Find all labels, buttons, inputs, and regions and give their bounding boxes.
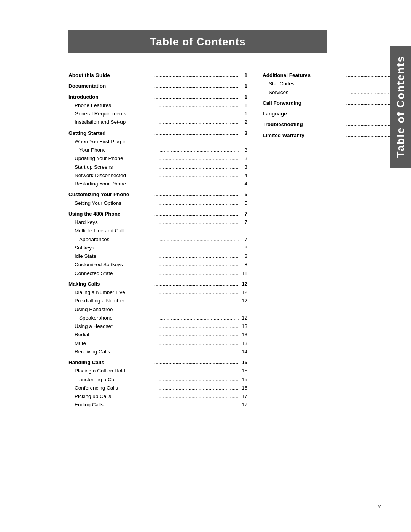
toc-page-number: 12 bbox=[240, 280, 247, 288]
toc-dots bbox=[157, 261, 239, 268]
toc-dots bbox=[157, 172, 239, 179]
toc-entry: Conferencing Calls16 bbox=[68, 384, 247, 392]
toc-title-text: Mute bbox=[75, 340, 156, 347]
toc-entry: Dialing a Number Live12 bbox=[68, 289, 247, 296]
toc-entry: Multiple Line and Call bbox=[68, 227, 247, 235]
toc-dots bbox=[154, 210, 239, 218]
toc-dots bbox=[157, 163, 239, 171]
toc-title-text: Phone Features bbox=[75, 102, 156, 109]
page-container: Table of Contents About this Guide1Docum… bbox=[0, 0, 411, 532]
toc-title-text: Redial bbox=[75, 331, 156, 339]
footer-page-number: v bbox=[378, 503, 381, 509]
toc-dots bbox=[154, 82, 239, 90]
toc-left-column: About this Guide1Documentation1Introduct… bbox=[68, 69, 247, 410]
toc-page-number: 1 bbox=[240, 72, 247, 79]
toc-entry: Picking up Calls17 bbox=[68, 393, 247, 400]
toc-dots bbox=[157, 376, 239, 383]
toc-page-number: 7 bbox=[240, 210, 247, 218]
toc-title-text: Customizing Your Phone bbox=[68, 191, 153, 198]
toc-dots bbox=[159, 314, 239, 322]
toc-title-text: Your Phone bbox=[79, 146, 159, 154]
toc-dots bbox=[159, 236, 239, 243]
toc-title-text: Appearances bbox=[79, 236, 159, 243]
toc-entry: Using a Headset13 bbox=[68, 323, 247, 330]
toc-page-number: 4 bbox=[240, 180, 247, 188]
toc-title-text: Services bbox=[269, 89, 349, 96]
toc-entry: Additional Features17 bbox=[263, 72, 411, 79]
toc-title-text: Troubleshooting bbox=[263, 121, 346, 128]
toc-page-number: 3 bbox=[240, 129, 247, 137]
toc-page-number: 3 bbox=[240, 155, 247, 162]
toc-entry: Installation and Set-up2 bbox=[68, 118, 247, 126]
toc-dots bbox=[157, 270, 239, 277]
toc-title-text: Start up Screens bbox=[75, 163, 156, 171]
toc-page-number: 8 bbox=[240, 244, 247, 252]
toc-entry: Connected State11 bbox=[68, 270, 247, 277]
toc-page-number: 1 bbox=[240, 102, 247, 109]
toc-dots bbox=[157, 118, 239, 126]
toc-entry: Phone Features1 bbox=[68, 102, 247, 109]
toc-title-text: Star Codes bbox=[269, 80, 349, 88]
toc-page-number: 13 bbox=[240, 331, 247, 339]
toc-entry: Services17 bbox=[263, 89, 411, 96]
toc-title-text: Idle State bbox=[75, 252, 156, 260]
toc-entry: About this Guide1 bbox=[68, 72, 247, 79]
toc-entry: Appearances7 bbox=[68, 236, 247, 243]
toc-title-text: Conferencing Calls bbox=[75, 384, 156, 392]
toc-title-text: Making Calls bbox=[68, 280, 153, 288]
toc-entry: Language24 bbox=[263, 110, 411, 118]
toc-page-number: 13 bbox=[240, 340, 247, 347]
toc-entry: Restarting Your Phone4 bbox=[68, 180, 247, 188]
toc-entry: Speakerphone12 bbox=[68, 314, 247, 322]
toc-dots bbox=[157, 110, 239, 118]
toc-title-text: Updating Your Phone bbox=[75, 155, 156, 162]
sidebar-label-text: Table of Contents bbox=[395, 56, 407, 158]
toc-title-text: Transferring a Call bbox=[75, 376, 156, 383]
toc-dots bbox=[154, 191, 239, 198]
toc-title-text: Customized Softkeys bbox=[75, 261, 156, 268]
toc-title-text: Using the 480i Phone bbox=[68, 210, 153, 218]
toc-title-text: Softkeys bbox=[75, 244, 156, 252]
toc-title-text: Limited Warranty bbox=[263, 132, 346, 139]
toc-entry: Softkeys8 bbox=[68, 244, 247, 252]
toc-dots bbox=[157, 323, 239, 330]
toc-dots bbox=[157, 393, 239, 400]
toc-entry: Your Phone3 bbox=[68, 146, 247, 154]
toc-entry: Call Forwarding23 bbox=[263, 99, 411, 107]
toc-page-number: 15 bbox=[240, 367, 247, 375]
toc-page-number: 1 bbox=[240, 93, 247, 101]
toc-page-number: 17 bbox=[240, 401, 247, 409]
toc-entry: Customizing Your Phone5 bbox=[68, 191, 247, 198]
toc-title-text: Handling Calls bbox=[68, 359, 153, 366]
toc-page-number: 12 bbox=[240, 297, 247, 305]
toc-title-text: Ending Calls bbox=[75, 401, 156, 409]
toc-title-text: Setting Your Options bbox=[75, 200, 156, 207]
toc-entry: Placing a Call on Hold15 bbox=[68, 367, 247, 375]
toc-entry: Introduction1 bbox=[68, 93, 247, 101]
toc-dots bbox=[157, 340, 239, 347]
toc-entry: Troubleshooting25 bbox=[263, 121, 411, 128]
toc-dots bbox=[154, 280, 239, 288]
toc-dots bbox=[154, 93, 239, 101]
toc-entry: Handling Calls15 bbox=[68, 359, 247, 366]
toc-title-text: Receiving Calls bbox=[75, 348, 156, 356]
toc-dots bbox=[157, 219, 239, 226]
toc-dots bbox=[157, 244, 239, 252]
toc-dots bbox=[157, 102, 239, 109]
toc-page-number: 8 bbox=[240, 252, 247, 260]
toc-entry: When You First Plug in bbox=[68, 138, 247, 145]
toc-title-text: Picking up Calls bbox=[75, 393, 156, 400]
toc-page-number: 5 bbox=[240, 200, 247, 207]
toc-entry: Hard keys7 bbox=[68, 219, 247, 226]
toc-title-text: Network Disconnected bbox=[75, 172, 156, 179]
toc-dots bbox=[154, 129, 239, 137]
toc-entry: Redial13 bbox=[68, 331, 247, 339]
toc-right-column: Additional Features17Star Codes17Service… bbox=[263, 69, 411, 410]
page-title: Table of Contents bbox=[76, 36, 320, 48]
toc-title-text: General Requirements bbox=[75, 110, 156, 118]
main-content: Table of Contents About this Guide1Docum… bbox=[68, 30, 335, 410]
toc-page-number: 7 bbox=[240, 236, 247, 243]
toc-title-text: Connected State bbox=[75, 270, 156, 277]
toc-dots bbox=[157, 155, 239, 162]
sidebar-label: Table of Contents bbox=[390, 46, 411, 168]
